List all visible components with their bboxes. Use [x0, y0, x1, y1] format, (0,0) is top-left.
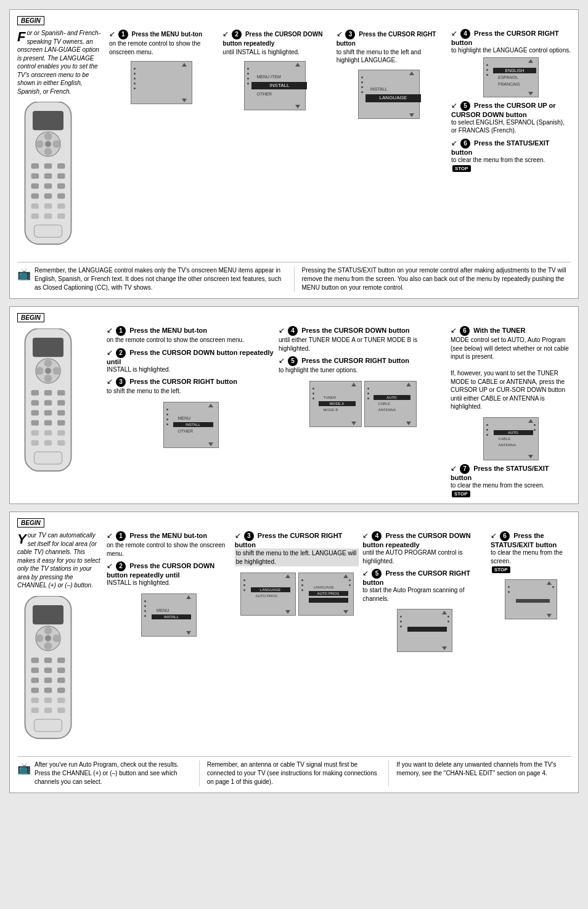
step-s2-3: ↙ 3 Press the CURSOR RIGHT button to shi…: [107, 377, 275, 396]
svg-rect-79: [57, 707, 65, 713]
svg-rect-50: [31, 440, 39, 446]
svg-rect-73: [57, 687, 65, 693]
step-s3-6: ↙ 6 Press the STATUS/EXIT button to clea…: [491, 531, 571, 573]
step-s3-5: ↙ 5 Press the CURSOR RIGHT button to sta…: [362, 569, 487, 603]
svg-rect-55: [33, 605, 63, 624]
svg-rect-64: [57, 658, 65, 663]
right-steps-s1: ↙ 4 Press the CURSOR RIGHT button to hig…: [447, 29, 571, 257]
steps-s2-right: ↙ 6 With the TUNER MODE control set to A…: [451, 326, 571, 497]
svg-rect-67: [57, 667, 65, 673]
svg-rect-20: [31, 203, 39, 209]
svg-rect-41: [31, 410, 39, 416]
svg-point-4: [44, 148, 52, 156]
svg-rect-66: [44, 667, 52, 673]
screen-s3-mid2: LANGUAGE AUTO PROG: [298, 573, 354, 616]
svg-point-3: [44, 132, 52, 141]
step-s1-1: ↙ 1 Press the MENU but-ton on the remote…: [107, 29, 216, 257]
note-icon-s3: 📺: [17, 762, 31, 775]
svg-rect-24: [44, 213, 52, 219]
svg-rect-38: [31, 400, 39, 406]
step-s2-1: ↙ 1 Press the MENU but-ton on the remote…: [107, 326, 275, 344]
svg-rect-77: [31, 707, 39, 713]
note-row-s3: 📺 After you've run Auto Program, check o…: [17, 756, 571, 786]
svg-rect-45: [44, 420, 52, 426]
remote-s1: [17, 102, 85, 257]
svg-rect-36: [44, 390, 52, 396]
svg-rect-53: [35, 452, 62, 464]
svg-rect-42: [44, 410, 52, 416]
svg-rect-21: [44, 203, 52, 209]
note-right-s3: If you want to delete any unwanted chann…: [396, 760, 571, 778]
svg-point-32: [36, 367, 44, 375]
note-left-s3: After you've run Auto Program, check out…: [35, 760, 192, 786]
left-col-s3: Your TV can automatically set itself for…: [17, 531, 107, 751]
svg-point-61: [45, 635, 51, 641]
svg-rect-40: [57, 400, 65, 406]
svg-rect-19: [57, 194, 65, 199]
begin-badge: BEGIN: [17, 16, 44, 25]
svg-point-59: [36, 634, 44, 642]
svg-rect-43: [57, 410, 65, 416]
svg-rect-35: [31, 390, 39, 396]
svg-rect-76: [57, 698, 65, 703]
step-s2-7: ↙ 7 Press the STATUS/EXIT button to clea…: [451, 464, 571, 498]
step-s3-1: ↙ 1 Press the MENU but-ton on the remote…: [107, 531, 231, 558]
svg-rect-10: [57, 163, 65, 169]
svg-rect-26: [35, 225, 62, 237]
steps-s3-left: ↙ 1 Press the MENU but-ton on the remote…: [107, 531, 231, 751]
note-left-s1: Remember, the LANGUAGE control makes onl…: [35, 266, 287, 292]
step-s2-2: ↙ 2 Press the CURSOR DOWN button repeate…: [107, 348, 275, 374]
steps-s3-mid: ↙ 3 Press the CURSOR RIGHT button to shi…: [235, 531, 359, 751]
screen-s3-right-mid: [397, 609, 452, 652]
svg-rect-68: [31, 677, 39, 683]
steps-s2-mid: ↙ 4 Press the CURSOR DOWN button until e…: [279, 326, 447, 497]
screen-s2-left: MENU INSTALL OTHER: [163, 402, 219, 448]
svg-rect-52: [57, 440, 65, 446]
section-language: BEGIN For or Spanish- and French-speakin…: [9, 9, 579, 299]
svg-rect-39: [44, 400, 52, 406]
step-s3-2: ↙ 2 Press the CURSOR DOWN button repeate…: [107, 561, 231, 587]
first-letter-s3: Y: [17, 532, 27, 546]
stop-badge-s1: STOP: [452, 165, 471, 172]
svg-point-7: [45, 141, 51, 147]
step-s1-4: ↙ 4 Press the CURSOR RIGHT button to hig…: [451, 29, 571, 97]
step-s2-5: ↙ 5 Press the CURSOR RIGHT button to hig…: [279, 356, 447, 375]
screen-s3-mid1: LANGUAGE AUTO PROG: [240, 573, 296, 616]
screen-s2-mid2: AUTO CABLE ANTENNA: [364, 381, 417, 427]
svg-rect-70: [57, 677, 65, 683]
step-s1-5: ↙ 5 Press the CURSOR UP or CURSOR DOWN b…: [451, 101, 571, 135]
remote-s2: [17, 328, 85, 484]
svg-rect-18: [44, 194, 52, 199]
svg-rect-80: [35, 719, 62, 732]
svg-rect-28: [33, 338, 63, 357]
steps-s3-far-right: ↙ 6 Press the STATUS/EXIT button to clea…: [491, 531, 571, 751]
svg-rect-74: [31, 698, 39, 703]
intro-text-s1: For or Spanish- and French-speaking TV o…: [17, 29, 102, 96]
remote-s3: [17, 596, 85, 751]
note-mid-s3: Remember, an antenna or cable TV signal …: [207, 760, 382, 786]
screen-s1-3: INSTALL LANGUAGE: [358, 70, 420, 119]
first-letter-s1: F: [17, 30, 25, 44]
svg-rect-8: [31, 163, 39, 169]
steps-s3-right-mid: ↙ 4 Press the CURSOR DOWN button repeate…: [362, 531, 487, 751]
svg-rect-44: [31, 420, 39, 426]
svg-rect-71: [31, 687, 39, 693]
svg-point-6: [53, 141, 61, 149]
svg-rect-17: [31, 194, 39, 199]
begin-badge-s2: BEGIN: [17, 313, 44, 322]
svg-rect-14: [31, 184, 39, 189]
svg-rect-69: [44, 677, 52, 683]
note-row-s1: 📺 Remember, the LANGUAGE control makes o…: [17, 262, 571, 292]
section-tuner: BEGIN: [9, 306, 579, 504]
section-autoprog: BEGIN Your TV can automatically set itse…: [9, 512, 579, 793]
svg-point-33: [53, 367, 61, 375]
svg-rect-72: [44, 687, 52, 693]
svg-rect-75: [44, 698, 52, 703]
begin-badge-s3: BEGIN: [17, 518, 44, 528]
screen-s1-4: ENGLISH ESPANOL FRANCAIS: [483, 57, 539, 97]
step-s2-4: ↙ 4 Press the CURSOR DOWN button until e…: [279, 326, 447, 353]
svg-point-31: [44, 375, 52, 383]
svg-rect-49: [57, 430, 65, 436]
svg-rect-78: [44, 707, 52, 713]
svg-rect-15: [44, 184, 52, 189]
